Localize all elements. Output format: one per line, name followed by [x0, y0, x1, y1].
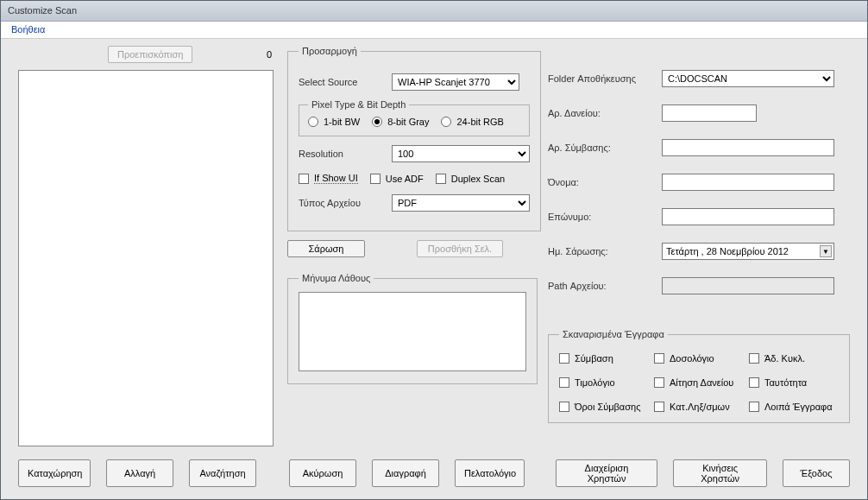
checkbox-contract[interactable] — [559, 353, 569, 364]
radio-24bit-rgb[interactable] — [441, 117, 451, 127]
middle-column: Προσαρμογή Select Source WIA-HP Scanjet … — [287, 46, 538, 445]
select-source-label: Select Source — [299, 77, 385, 87]
scan-date-row: Ημ. Σάρωσης: Τετάρτη , 28 Νοεμβρίου 2012… — [548, 243, 850, 260]
scan-buttons-row: Σάρωση Προσθήκη Σελ. — [287, 240, 538, 257]
window-title: Customize Scan — [8, 5, 77, 16]
label-contract: Σύμβαση — [575, 353, 613, 364]
resolution-row: Resolution 100 — [299, 145, 530, 162]
chevron-down-icon[interactable]: ▼ — [820, 245, 832, 257]
adjust-groupbox: Προσαρμογή Select Source WIA-HP Scanjet … — [287, 46, 541, 231]
file-type-dropdown[interactable]: PDF — [392, 194, 530, 212]
customers-button[interactable]: Πελατολόγιο — [455, 459, 525, 487]
checkbox-overdue[interactable] — [654, 402, 664, 412]
contract-no-row: Αρ. Σύμβασης: — [548, 139, 850, 156]
bottom-button-bar: Καταχώρηση Αλλαγή Αναζήτηση Ακύρωση Διαγ… — [18, 459, 850, 487]
select-source-dropdown[interactable]: WIA-HP Scanjet 3770 — [392, 73, 519, 91]
error-msg-textarea[interactable] — [299, 292, 526, 371]
contract-no-label: Αρ. Σύμβασης: — [548, 142, 655, 153]
checkbox-use-adf[interactable] — [370, 174, 381, 184]
label-invoice: Τιμολόγιο — [575, 377, 615, 388]
use-adf-label: Use ADF — [386, 174, 424, 184]
duplex-label: Duplex Scan — [451, 174, 505, 184]
checkbox-id[interactable] — [749, 377, 759, 388]
loan-no-row: Αρ. Δανείου: — [548, 104, 850, 122]
exit-button[interactable]: Έξοδος — [783, 459, 850, 487]
file-path-row: Path Αρχείου: — [548, 277, 850, 294]
checkbox-schedule[interactable] — [654, 353, 664, 364]
label-id: Ταυτότητα — [764, 377, 807, 388]
window: Customize Scan Βοήθεια Προεπισκόπιση 0 Π… — [0, 0, 868, 500]
error-msg-groupbox: Μήνυμα Λάθους — [287, 273, 538, 384]
page-count: 0 — [267, 49, 272, 60]
folder-label: Folder Αποθήκευσης — [548, 73, 655, 84]
radio-24bit-rgb-label: 24-bit RGB — [456, 117, 503, 127]
menu-bar: Βοήθεια — [1, 22, 867, 39]
radio-8bit-gray[interactable] — [372, 117, 382, 127]
last-name-input[interactable] — [662, 208, 834, 225]
file-path-display — [662, 277, 834, 294]
register-button[interactable]: Καταχώρηση — [18, 459, 91, 487]
preview-button[interactable]: Προεπισκόπιση — [108, 46, 192, 63]
label-vehicle-reg: Άδ. Κυκλ. — [764, 353, 805, 364]
checkbox-duplex[interactable] — [436, 174, 446, 184]
last-name-row: Επώνυμο: — [548, 208, 850, 225]
scanned-docs-legend: Σκαναρισμένα Έγγραφα — [559, 329, 668, 339]
checkbox-if-show-ui[interactable] — [299, 174, 309, 184]
left-column: Προεπισκόπιση 0 — [18, 46, 277, 445]
title-bar: Customize Scan — [1, 1, 867, 22]
if-show-ui-label: If Show UI — [314, 173, 358, 184]
pixel-type-radios: 1-bit BW 8-bit Gray 24-bit RGB — [308, 117, 520, 127]
right-column: Folder Αποθήκευσης C:\DOCSCAN Αρ. Δανείο… — [548, 46, 850, 445]
content-area: Προεπισκόπιση 0 Προσαρμογή Select Source… — [1, 39, 867, 452]
checkbox-other[interactable] — [749, 402, 759, 412]
right-form: Folder Αποθήκευσης C:\DOCSCAN Αρ. Δανείο… — [548, 46, 850, 294]
user-mgmt-button[interactable]: Διαχείριση Χρηστών — [556, 459, 658, 487]
select-source-row: Select Source WIA-HP Scanjet 3770 — [299, 73, 530, 91]
label-other: Λοιπά Έγγραφα — [764, 402, 833, 412]
first-name-label: Όνομα: — [548, 177, 655, 187]
checkbox-terms[interactable] — [559, 402, 569, 412]
change-button[interactable]: Αλλαγή — [106, 459, 173, 487]
search-button[interactable]: Αναζήτηση — [189, 459, 256, 487]
user-moves-button[interactable]: Κινήσεις Χρηστών — [673, 459, 767, 487]
resolution-dropdown[interactable]: 100 — [392, 145, 530, 162]
scan-date-picker[interactable]: Τετάρτη , 28 Νοεμβρίου 2012 ▼ — [662, 243, 834, 260]
folder-dropdown[interactable]: C:\DOCSCAN — [662, 70, 834, 87]
label-loan-app: Αίτηση Δανείου — [670, 377, 733, 388]
preview-area[interactable] — [18, 70, 274, 446]
label-overdue: Κατ.Ληξ/σμων — [670, 402, 730, 412]
radio-8bit-gray-label: 8-bit Gray — [387, 117, 429, 127]
file-type-label: Τύπος Αρχείου — [299, 198, 385, 208]
file-path-label: Path Αρχείου: — [548, 281, 655, 291]
adjust-legend: Προσαρμογή — [299, 46, 361, 56]
radio-1bit-bw-label: 1-bit BW — [324, 117, 360, 127]
first-name-row: Όνομα: — [548, 174, 850, 191]
preview-header: Προεπισκόπιση 0 — [18, 46, 277, 68]
cancel-button[interactable]: Ακύρωση — [289, 459, 356, 487]
radio-1bit-bw[interactable] — [308, 117, 318, 127]
loan-no-label: Αρ. Δανείου: — [548, 108, 655, 118]
scan-date-label: Ημ. Σάρωσης: — [548, 246, 655, 256]
checkbox-invoice[interactable] — [559, 377, 569, 388]
loan-no-input[interactable] — [662, 104, 757, 122]
contract-no-input[interactable] — [662, 139, 834, 156]
scan-button[interactable]: Σάρωση — [287, 240, 365, 257]
add-page-button[interactable]: Προσθήκη Σελ. — [417, 240, 503, 257]
pixel-type-groupbox: Pixel Type & Bit Depth 1-bit BW 8-bit Gr… — [299, 99, 530, 136]
error-msg-legend: Μήνυμα Λάθους — [299, 273, 374, 283]
scan-date-value: Τετάρτη , 28 Νοεμβρίου 2012 — [666, 246, 789, 256]
first-name-input[interactable] — [662, 174, 834, 191]
pixel-type-legend: Pixel Type & Bit Depth — [308, 99, 409, 110]
file-type-row: Τύπος Αρχείου PDF — [299, 194, 530, 212]
checkbox-vehicle-reg[interactable] — [749, 353, 759, 364]
checkbox-loan-app[interactable] — [654, 377, 664, 388]
last-name-label: Επώνυμο: — [548, 212, 655, 222]
options-row: If Show UI Use ADF Duplex Scan — [299, 173, 530, 184]
resolution-label: Resolution — [299, 149, 385, 159]
folder-row: Folder Αποθήκευσης C:\DOCSCAN — [548, 70, 850, 87]
scanned-docs-grid: Σύμβαση Δοσολόγιο Άδ. Κυκλ. Τιμολόγιο Αί… — [559, 353, 839, 412]
scanned-docs-groupbox: Σκαναρισμένα Έγγραφα Σύμβαση Δοσολόγιο Ά… — [548, 329, 850, 423]
label-terms: Όροι Σύμβασης — [575, 402, 640, 412]
delete-button[interactable]: Διαγραφή — [372, 459, 439, 487]
menu-help[interactable]: Βοήθεια — [8, 22, 48, 37]
